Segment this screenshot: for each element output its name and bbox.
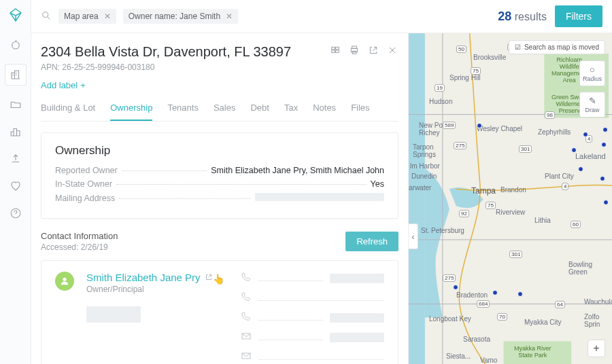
field-label: Reported Owner [55,166,118,175]
nav-upload-icon[interactable] [8,151,23,166]
redacted-value [255,193,384,201]
contact-title: Contact Information [41,231,118,241]
road-shield: 98 [545,111,555,119]
road-shield: 75 [471,67,481,75]
map-marker[interactable] [601,142,607,147]
avatar [55,272,74,291]
map-marker[interactable] [517,291,523,297]
top-bar: Map area ✕ Owner name: Jane Smith ✕ 28 r… [31,0,612,33]
search-icon[interactable] [41,10,52,23]
filter-chip-map-area[interactable]: Map area ✕ [58,9,116,24]
svg-rect-7 [351,48,357,52]
map-panel[interactable]: Brooksville Spring Hill Hudson New Port … [408,33,612,364]
contact-name-link[interactable]: Smith Elizabeth Jane Pry 👆 [86,272,228,283]
close-icon[interactable] [386,44,398,56]
redacted-value [86,306,141,323]
road-shield: 301 [519,145,532,153]
nav-rail [0,0,31,364]
nav-help-icon[interactable] [8,206,23,221]
map-marker[interactable] [578,166,583,172]
tabs: Building & Lot Ownership Tenants Sales D… [41,103,398,122]
app-logo [7,7,24,25]
tab-notes[interactable]: Notes [313,103,336,121]
road-shield: 60 [571,221,581,228]
detail-panel: 2304 Bella Vista Dr, Davenport, FL 33897… [31,33,408,364]
phone-icon [241,272,252,285]
road-shield: 589 [443,122,456,129]
map-marker[interactable] [603,200,609,205]
radius-tool[interactable]: ○ Radius [579,60,605,86]
map-marker[interactable] [602,127,608,132]
nav-folder-icon[interactable] [8,97,23,112]
email-icon [241,331,252,344]
road-shield: 275 [443,274,456,282]
road-shield: 275 [454,142,466,149]
redacted-value [330,313,384,323]
check-icon: ☑ [515,43,521,51]
svg-rect-2 [332,47,335,49]
road-shield: 50 [456,46,466,53]
collapse-map-handle[interactable]: ‹ [409,223,418,249]
phone-icon [241,311,252,324]
add-label-button[interactable]: Add label + [41,80,86,90]
apn-text: APN: 26-25-25-999946-003180 [41,62,291,72]
redacted-value [330,274,384,283]
tab-files[interactable]: Files [351,103,369,121]
svg-rect-4 [332,50,335,52]
svg-rect-11 [242,353,250,359]
tab-building-lot[interactable]: Building & Lot [41,103,95,121]
external-link-icon [205,272,213,283]
svg-point-9 [63,278,66,281]
road-shield: 684 [477,300,490,308]
contact-accessed: Accessed: 2/26/19 [41,242,118,252]
chip-label: Map area [64,12,99,21]
contact-role: Owner/Principal [86,285,228,294]
refresh-button[interactable]: Refresh [345,232,398,251]
svg-rect-15 [504,341,572,364]
ownership-card: Ownership Reported Owner Smith Elizabeth… [41,132,398,219]
nav-buildings-icon[interactable] [5,65,26,85]
filters-button[interactable]: Filters [555,5,602,27]
nav-city-icon[interactable] [8,124,23,139]
field-value: Yes [371,179,384,189]
close-icon[interactable]: ✕ [226,12,233,21]
page-title: 2304 Bella Vista Dr, Davenport, FL 33897 [41,44,291,60]
phone-icon [241,291,252,304]
map-marker[interactable] [492,290,498,295]
field-label: Mailing Address [55,194,115,203]
plus-icon: + [80,80,86,90]
email-icon [241,350,252,363]
field-value: Smith Elizabeth Jane Pry, Smith Michael … [211,166,384,175]
tab-debt[interactable]: Debt [250,103,269,121]
map-marker[interactable] [583,132,588,137]
map-marker[interactable] [453,285,458,290]
zoom-in-button[interactable]: + [588,340,605,357]
road-shield: 301 [509,251,522,258]
print-icon[interactable] [348,44,360,56]
chip-label: Owner name: Jane Smith [129,12,220,21]
road-shield: 19 [435,84,445,92]
road-shield: 4 [562,183,568,190]
map-marker[interactable] [477,123,482,128]
tab-tenants[interactable]: Tenants [167,103,199,121]
external-link-icon[interactable] [367,44,379,56]
search-as-moved-toggle[interactable]: ☑ Search as map is moved [509,40,605,54]
filter-chip-owner-name[interactable]: Owner name: Jane Smith ✕ [123,9,238,24]
draw-tool[interactable]: ✎ Draw [579,92,605,117]
road-shield: 75 [486,202,496,209]
nav-heart-icon[interactable] [8,179,23,194]
tab-sales[interactable]: Sales [214,103,236,121]
close-icon[interactable]: ✕ [104,12,111,21]
svg-rect-3 [336,47,339,49]
map-marker[interactable] [571,147,577,153]
road-shield: 92 [459,210,469,217]
redacted-value [330,333,384,342]
svg-rect-5 [336,50,339,52]
pencil-icon: ✎ [589,96,596,106]
nav-produce-icon[interactable] [8,37,23,52]
tab-ownership[interactable]: Ownership [110,103,152,121]
tab-tax[interactable]: Tax [284,103,298,121]
card-view-icon[interactable] [329,44,341,56]
road-shield: 70 [497,313,507,321]
map-marker[interactable] [600,176,605,181]
